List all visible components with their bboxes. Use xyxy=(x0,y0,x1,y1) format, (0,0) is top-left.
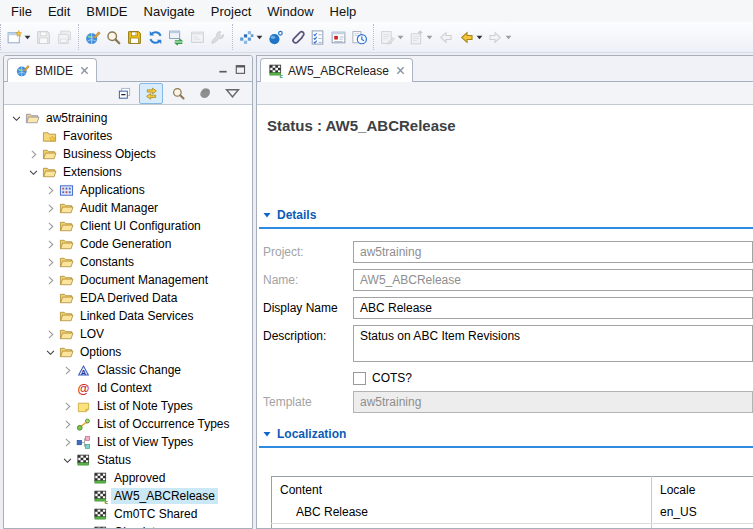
tree-item-status[interactable]: Status xyxy=(4,451,252,469)
description-field[interactable]: Status on ABC Item Revisions xyxy=(353,325,753,362)
filter-button[interactable] xyxy=(193,83,217,104)
menu-help[interactable]: Help xyxy=(322,2,365,21)
tree-item-linked-data-services[interactable]: Linked Data Services xyxy=(4,307,252,325)
section-collapse-icon[interactable] xyxy=(263,431,271,437)
display-name-field[interactable]: ABC Release xyxy=(353,297,753,319)
link-with-editor-button[interactable] xyxy=(139,83,163,104)
chevron-right-icon[interactable] xyxy=(43,274,58,287)
tab-aw5-abcrelease[interactable]: c AW5_ABCRelease xyxy=(260,58,413,82)
close-icon[interactable] xyxy=(80,66,89,75)
tree-item-business-objects[interactable]: Business Objects xyxy=(4,145,252,163)
new-wizard-button[interactable] xyxy=(4,25,33,49)
template-label: Template xyxy=(263,391,353,409)
tree-item-code-generation[interactable]: Code Generation xyxy=(4,235,252,253)
tree-item-constants[interactable]: Constants xyxy=(4,253,252,271)
tree-item-cm0tc-shared[interactable]: Cm0TC Shared xyxy=(4,505,252,523)
search-button[interactable] xyxy=(103,25,124,49)
dropdown-caret-icon[interactable] xyxy=(256,35,263,40)
chevron-right-icon[interactable] xyxy=(43,256,58,269)
new-window-button[interactable] xyxy=(187,25,208,49)
chevron-right-icon[interactable] xyxy=(60,418,75,431)
validate-checklist-button[interactable] xyxy=(307,25,328,49)
status-flag-icon xyxy=(93,525,108,529)
chevron-right-icon[interactable] xyxy=(43,202,58,215)
dropdown-caret-icon[interactable] xyxy=(426,35,433,40)
bmide-perspective-button[interactable] xyxy=(82,25,103,49)
menu-file[interactable]: File xyxy=(3,2,40,21)
close-icon[interactable] xyxy=(396,66,405,75)
tree-item-extensions[interactable]: Extensions xyxy=(4,163,252,181)
forward-button[interactable] xyxy=(485,25,514,49)
chevron-down-icon[interactable] xyxy=(9,112,24,125)
tree-item-approved[interactable]: Approved xyxy=(4,469,252,487)
menu-window[interactable]: Window xyxy=(259,2,321,21)
minimize-button[interactable] xyxy=(218,64,229,75)
save-data-model-button[interactable] xyxy=(124,25,145,49)
back-button[interactable] xyxy=(435,25,456,49)
tree-item-list-of-view-types[interactable]: List of View Types xyxy=(4,433,252,451)
tree-item-document-management[interactable]: Document Management xyxy=(4,271,252,289)
chevron-right-icon[interactable] xyxy=(43,220,58,233)
sync-data-model-button[interactable] xyxy=(166,25,187,49)
tree-item-favorites[interactable]: Favorites xyxy=(4,127,252,145)
bmide-perspective-icon xyxy=(15,63,30,78)
tree-item-list-of-note-types[interactable]: List of Note Types xyxy=(4,397,252,415)
dropdown-caret-icon[interactable] xyxy=(505,35,512,40)
reload-data-model-button[interactable] xyxy=(145,25,166,49)
pending-changes-button[interactable] xyxy=(349,25,370,49)
tree-item-client-ui-configuration[interactable]: Client UI Configuration xyxy=(4,217,252,235)
dropdown-caret-icon[interactable] xyxy=(476,35,483,40)
chevron-right-icon[interactable] xyxy=(43,328,58,341)
maximize-button[interactable] xyxy=(235,64,246,75)
section-collapse-icon[interactable] xyxy=(263,212,271,218)
tree-item-obsolete[interactable]: Obsolete xyxy=(4,523,252,529)
menu-bmide[interactable]: BMIDE xyxy=(78,2,135,21)
chevron-down-icon[interactable] xyxy=(43,346,58,359)
tree-item-id-context[interactable]: @Id Context xyxy=(4,379,252,397)
dropdown-caret-icon[interactable] xyxy=(397,35,404,40)
edit-form-button[interactable] xyxy=(377,25,406,49)
menu-edit[interactable]: Edit xyxy=(40,2,78,21)
tree-item-lov[interactable]: LOV xyxy=(4,325,252,343)
chevron-right-icon[interactable] xyxy=(60,436,75,449)
tree-item-classic-change[interactable]: AClassic Change xyxy=(4,361,252,379)
chevron-right-icon[interactable] xyxy=(60,364,75,377)
tree-item-eda-derived-data[interactable]: EDA Derived Data xyxy=(4,289,252,307)
locale-cell[interactable]: en_US xyxy=(652,501,753,524)
tab-bmide[interactable]: BMIDE xyxy=(7,58,97,82)
deploy-template-button[interactable] xyxy=(265,25,286,49)
tree-item-options[interactable]: Options xyxy=(4,343,252,361)
export-document-button[interactable] xyxy=(406,25,435,49)
tree-item-list-of-occurrence-types[interactable]: List of Occurrence Types xyxy=(4,415,252,433)
column-header-content[interactable]: Content xyxy=(272,477,652,502)
collapse-all-button[interactable] xyxy=(112,83,136,104)
view-menu-button[interactable] xyxy=(220,83,244,104)
search-tree-button[interactable] xyxy=(166,83,190,104)
chevron-right-icon[interactable] xyxy=(26,148,41,161)
attachments-button[interactable] xyxy=(286,25,307,49)
dropdown-caret-icon[interactable] xyxy=(24,35,31,40)
content-cell[interactable]: ABC Release xyxy=(272,501,652,524)
extension-tool-button[interactable] xyxy=(208,25,229,49)
menu-navigate[interactable]: Navigate xyxy=(136,2,203,21)
column-header-locale[interactable]: Locale xyxy=(652,477,753,502)
details-section-header[interactable]: Details xyxy=(259,208,753,229)
chevron-down-icon[interactable] xyxy=(60,454,75,467)
tree-item-audit-manager[interactable]: Audit Manager xyxy=(4,199,252,217)
menu-project[interactable]: Project xyxy=(203,2,259,21)
cots-checkbox[interactable] xyxy=(353,372,366,385)
chevron-right-icon[interactable] xyxy=(60,400,75,413)
organize-button[interactable] xyxy=(236,25,265,49)
localization-row[interactable]: ABC Releaseen_US xyxy=(272,501,753,524)
tree-item-aw5-abcrelease[interactable]: cAW5_ABCRelease xyxy=(4,487,252,505)
localization-section-header[interactable]: Localization xyxy=(259,427,753,448)
save-all-button[interactable] xyxy=(54,25,75,49)
last-edit-location-button[interactable] xyxy=(456,25,485,49)
chevron-right-icon[interactable] xyxy=(43,238,58,251)
chevron-down-icon[interactable] xyxy=(26,166,41,179)
console-button[interactable] xyxy=(328,25,349,49)
tree-item-applications[interactable]: Applications xyxy=(4,181,252,199)
save-button[interactable] xyxy=(33,25,54,49)
chevron-right-icon[interactable] xyxy=(43,184,58,197)
tree-item-aw5training[interactable]: aw5training xyxy=(4,109,252,127)
